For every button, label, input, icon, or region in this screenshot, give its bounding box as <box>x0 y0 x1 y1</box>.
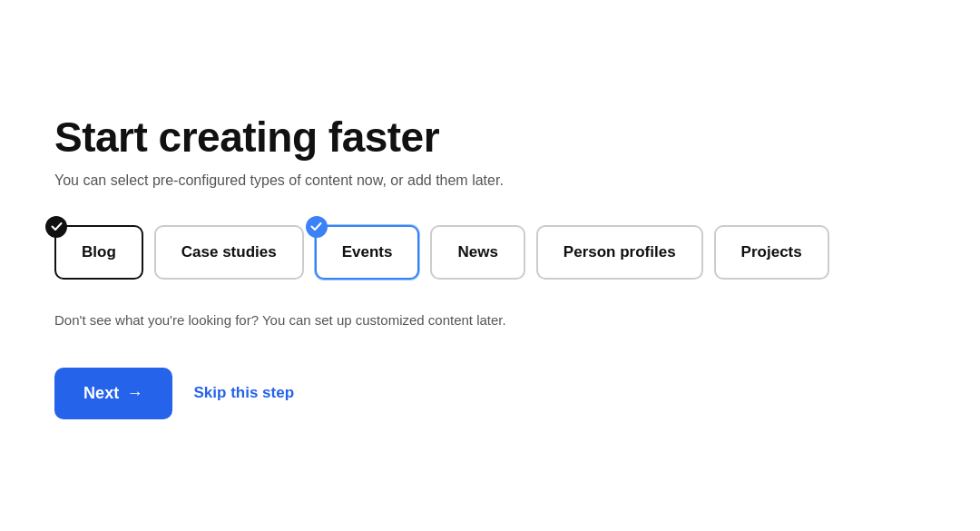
option-button-events[interactable]: Events <box>315 225 420 280</box>
page-container: Start creating faster You can select pre… <box>0 0 980 531</box>
content-area: Start creating faster You can select pre… <box>54 113 926 419</box>
option-item-news: News <box>430 225 524 280</box>
option-button-news[interactable]: News <box>430 225 524 280</box>
next-button-label: Next <box>83 384 119 403</box>
check-icon-blog <box>51 221 63 232</box>
options-row: Blog Case studies Events News <box>54 225 926 280</box>
check-badge-blog <box>45 216 67 238</box>
arrow-icon: → <box>126 384 142 403</box>
option-item-events: Events <box>315 225 420 280</box>
option-item-blog: Blog <box>54 225 143 280</box>
check-icon-events <box>310 221 322 232</box>
next-button[interactable]: Next → <box>54 368 172 419</box>
hint-text: Don't see what you're looking for? You c… <box>54 312 926 328</box>
option-item-person-profiles: Person profiles <box>536 225 703 280</box>
option-button-projects[interactable]: Projects <box>714 225 829 280</box>
skip-button[interactable]: Skip this step <box>194 384 295 402</box>
page-title: Start creating faster <box>54 113 926 162</box>
option-button-case-studies[interactable]: Case studies <box>154 225 304 280</box>
check-badge-events <box>306 216 328 238</box>
option-item-case-studies: Case studies <box>154 225 304 280</box>
option-button-person-profiles[interactable]: Person profiles <box>536 225 703 280</box>
option-item-projects: Projects <box>714 225 829 280</box>
option-button-blog[interactable]: Blog <box>54 225 143 280</box>
page-subtitle: You can select pre-configured types of c… <box>54 172 926 189</box>
actions-row: Next → Skip this step <box>54 368 926 419</box>
